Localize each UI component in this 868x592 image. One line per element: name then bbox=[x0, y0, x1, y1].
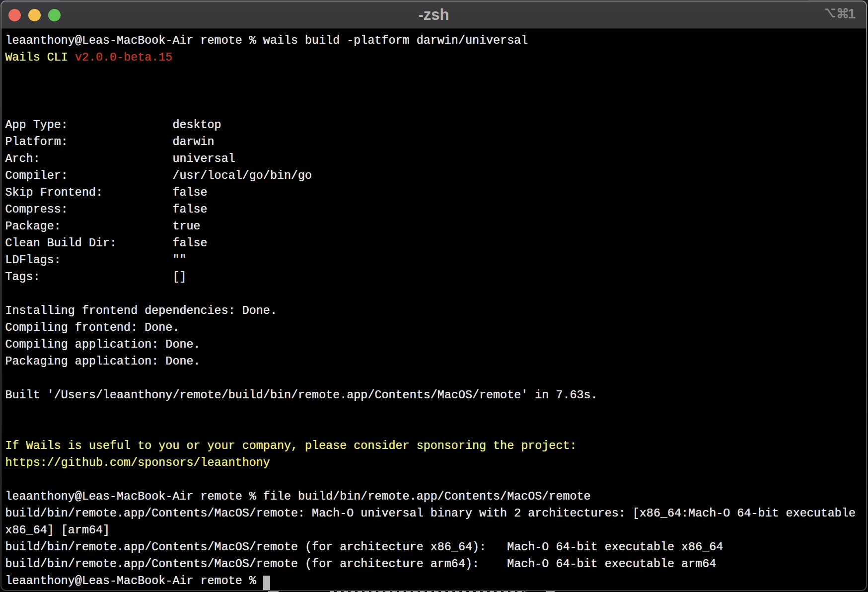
svg-text:1: 1 bbox=[848, 7, 856, 21]
